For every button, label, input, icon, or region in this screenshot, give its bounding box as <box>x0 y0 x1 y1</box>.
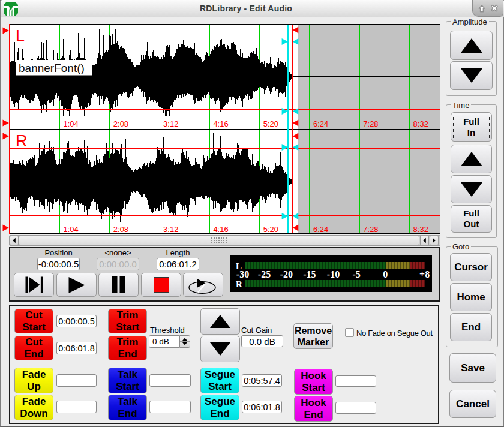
svg-text:2:08: 2:08 <box>113 119 128 128</box>
svg-text:3:12: 3:12 <box>163 225 178 234</box>
svg-text:R: R <box>16 132 28 150</box>
svg-text:+8: +8 <box>419 269 430 279</box>
svg-text:-15: -15 <box>303 269 316 279</box>
svg-text:4:16: 4:16 <box>213 119 228 128</box>
svg-text:L: L <box>16 27 25 45</box>
svg-text:1:04: 1:04 <box>64 119 79 128</box>
svg-text:-20: -20 <box>280 269 293 279</box>
svg-text:3:12: 3:12 <box>163 119 178 128</box>
svg-text:-10: -10 <box>327 269 340 279</box>
svg-text:-30: -30 <box>236 269 249 279</box>
svg-text:-5: -5 <box>353 269 361 279</box>
svg-text:1:04: 1:04 <box>64 225 79 234</box>
svg-text:7:28: 7:28 <box>363 119 378 128</box>
svg-text:R: R <box>236 279 242 289</box>
svg-text:4:16: 4:16 <box>213 225 228 234</box>
svg-text:2:08: 2:08 <box>113 225 128 234</box>
svg-text:7:28: 7:28 <box>363 225 378 234</box>
svg-text:8:32: 8:32 <box>413 225 428 234</box>
svg-text:6:24: 6:24 <box>313 119 328 128</box>
svg-text:-25: -25 <box>258 269 271 279</box>
svg-text:5:20: 5:20 <box>263 119 278 128</box>
svg-text:0: 0 <box>383 269 388 279</box>
svg-text:5:20: 5:20 <box>263 225 278 234</box>
svg-text:6:24: 6:24 <box>313 225 328 234</box>
svg-text:bannerFont(): bannerFont() <box>19 62 85 74</box>
svg-text:8:32: 8:32 <box>413 119 428 128</box>
